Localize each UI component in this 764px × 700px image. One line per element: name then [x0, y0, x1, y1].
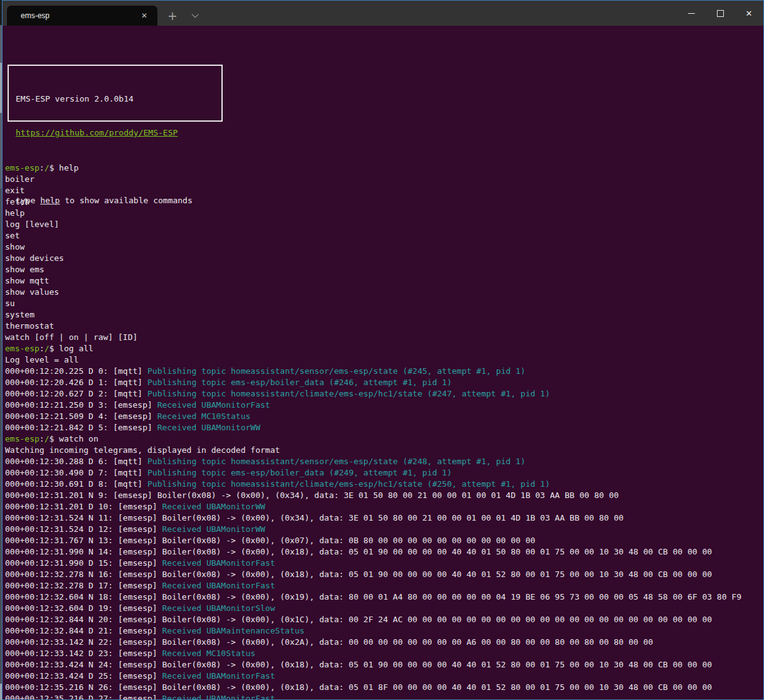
terminal-text: 000+00:12:33.142 N 22: [emsesp] Boiler(0… — [5, 637, 653, 647]
terminal-text: Received UBAMonitorFast — [162, 694, 275, 699]
terminal-text: 000+00:12:33.142 D 23: [emsesp] — [5, 649, 162, 658]
terminal-text: 000+00:12:32.278 D 17: [emsesp] — [5, 581, 162, 590]
terminal-text: Received UBAMaintenanceStatus — [162, 626, 304, 635]
minimize-button[interactable] — [677, 1, 706, 26]
terminal-line: 000+00:12:31.990 D 15: [emsesp] Received… — [5, 558, 763, 569]
terminal-line: 000+00:12:20.627 D 2: [mqtt] Publishing … — [5, 388, 763, 400]
terminal-line: show values — [5, 287, 763, 298]
terminal-text: 000+00:12:33.424 N 24: [emsesp] Boiler(0… — [5, 660, 712, 669]
terminal-text: help — [5, 208, 24, 218]
tab-dropdown-button[interactable] — [184, 6, 204, 26]
terminal-text: 000+00:12:32.604 N 18: [emsesp] Boiler(0… — [5, 592, 741, 602]
terminal-text: 000+00:12:32.844 D 21: [emsesp] — [5, 626, 162, 635]
terminal-text: Received MC10Status — [157, 411, 251, 421]
tab-close-icon[interactable]: ✕ — [137, 10, 151, 21]
terminal-line: 000+00:12:35.216 N 26: [emsesp] Boiler(0… — [5, 682, 763, 693]
terminal-text: 000+00:12:30.288 D 6: [mqtt] — [5, 457, 147, 466]
terminal-text: 000+00:12:30.490 D 7: [mqtt] — [5, 468, 147, 477]
terminal-line: system — [5, 309, 763, 321]
terminal-line: thermostat — [5, 321, 763, 332]
terminal-text: 000+00:12:32.278 N 16: [emsesp] Boiler(0… — [5, 570, 712, 579]
terminal-text: 000+00:12:31.990 D 15: [emsesp] — [5, 558, 162, 568]
terminal-text: Publishing topic homeassistant/climate/e… — [147, 389, 550, 398]
terminal-text: Log level = all — [5, 355, 78, 364]
terminal-line: log [level] — [5, 219, 763, 230]
chevron-down-icon — [191, 11, 198, 18]
terminal-text: 000+00:12:35.216 N 26: [emsesp] Boiler(0… — [5, 682, 712, 692]
terminal-line: 000+00:12:30.691 D 8: [mqtt] Publishing … — [5, 479, 763, 490]
terminal-line: 000+00:12:20.225 D 0: [mqtt] Publishing … — [5, 366, 763, 377]
terminal-text: 000+00:12:20.426 D 1: [mqtt] — [5, 378, 147, 387]
banner-version: EMS-ESP version 2.0.0b14 — [16, 93, 221, 105]
terminal-line: 000+00:12:35.216 D 27: [emsesp] Received… — [5, 693, 763, 699]
terminal-text: Publishing topic homeassistant/sensor/em… — [147, 457, 526, 466]
terminal-line: show devices — [5, 253, 763, 264]
terminal-text: : — [40, 344, 45, 353]
terminal-text: 000+00:12:35.216 D 27: [emsesp] — [5, 694, 162, 699]
terminal-text: show mqtt — [5, 276, 49, 285]
terminal-line: help — [5, 208, 763, 219]
terminal-line: 000+00:12:31.524 D 12: [emsesp] Received… — [5, 524, 763, 535]
plus-icon: + — [167, 9, 178, 23]
terminal-text: show values — [5, 287, 59, 297]
new-tab-button[interactable]: + — [162, 6, 183, 26]
terminal-line: 000+00:12:31.524 N 11: [emsesp] Boiler(0… — [5, 512, 763, 524]
banner-help-line: type help to show available commands — [16, 195, 221, 206]
terminal-text: : — [40, 434, 45, 443]
terminal-line: 000+00:12:21.842 D 5: [emsesp] Received … — [5, 422, 763, 433]
terminal-text: 000+00:12:33.424 D 25: [emsesp] — [5, 671, 162, 681]
screen: ems-esp ✕ + ✕ EMS-ESP version 2.0.0b14 h… — [0, 0, 764, 700]
terminal-text: Received UBAMonitorWW — [162, 502, 265, 511]
terminal-line: 000+00:12:32.844 D 21: [emsesp] Received… — [5, 625, 763, 637]
close-button[interactable]: ✕ — [735, 1, 763, 26]
terminal-text: 000+00:12:32.604 D 19: [emsesp] — [5, 603, 162, 613]
terminal-text: Publishing topic ems-esp/boiler_data (#2… — [147, 378, 452, 387]
terminal-text: set — [5, 231, 19, 240]
terminal-text: Received UBAMonitorWW — [157, 423, 260, 432]
terminal-line: 000+00:12:33.142 N 22: [emsesp] Boiler(0… — [5, 637, 763, 648]
terminal-line: 000+00:12:21.509 D 4: [emsesp] Received … — [5, 411, 763, 422]
terminal-line: boiler — [5, 174, 763, 185]
terminal-text: show devices — [5, 253, 64, 263]
terminal-line: 000+00:12:32.844 N 20: [emsesp] Boiler(0… — [5, 614, 763, 625]
terminal-line: show — [5, 241, 763, 253]
terminal-text: fetch — [5, 197, 29, 206]
terminal-line: su — [5, 298, 763, 309]
terminal-text: thermostat — [5, 321, 54, 331]
terminal-text: 000+00:12:20.627 D 2: [mqtt] — [5, 389, 147, 398]
banner-url-link[interactable]: https://github.com/proddy/EMS-ESP — [16, 128, 178, 137]
terminal-text: $ watch on — [49, 434, 98, 443]
terminal-line: show mqtt — [5, 275, 763, 287]
terminal-line: 000+00:12:31.201 N 9: [emsesp] Boiler(0x… — [5, 490, 763, 501]
terminal-text: 000+00:12:31.524 D 12: [emsesp] — [5, 524, 162, 534]
title-bar: ems-esp ✕ + ✕ — [3, 1, 763, 26]
terminal-text: 000+00:12:31.990 N 14: [emsesp] Boiler(0… — [5, 547, 712, 556]
terminal-text: Publishing topic homeassistant/climate/e… — [147, 479, 550, 489]
terminal-text: Received UBAMonitorFast — [162, 581, 275, 590]
terminal-line: Watching incoming telegrams, displayed i… — [5, 445, 763, 456]
close-icon: ✕ — [746, 9, 753, 18]
minimize-icon — [688, 13, 695, 14]
tab-title: ems-esp — [21, 11, 137, 20]
tab-ems-esp[interactable]: ems-esp ✕ — [7, 6, 157, 26]
terminal-line: 000+00:12:31.767 N 13: [emsesp] Boiler(0… — [5, 535, 763, 546]
terminal-text: 000+00:12:31.201 N 9: [emsesp] Boiler(0x… — [5, 491, 618, 500]
terminal-line: 000+00:12:30.288 D 6: [mqtt] Publishing … — [5, 456, 763, 467]
terminal-line: 000+00:12:32.604 N 18: [emsesp] Boiler(0… — [5, 591, 763, 603]
terminal-line: 000+00:12:31.990 N 14: [emsesp] Boiler(0… — [5, 546, 763, 558]
terminal-text: watch [off | on | raw] [ID] — [5, 332, 137, 342]
terminal-line: 000+00:12:21.250 D 3: [emsesp] Received … — [5, 400, 763, 411]
terminal-text: Received UBAMonitorFast — [157, 400, 270, 410]
terminal-line: 000+00:12:20.426 D 1: [mqtt] Publishing … — [5, 377, 763, 388]
terminal-text: 000+00:12:32.844 N 20: [emsesp] Boiler(0… — [5, 615, 712, 624]
terminal-line: ems-esp:/$ watch on — [5, 433, 763, 445]
terminal-body[interactable]: EMS-ESP version 2.0.0b14 https://github.… — [3, 26, 763, 699]
terminal-text: $ help — [49, 163, 78, 172]
terminal-text: 000+00:12:21.842 D 5: [emsesp] — [5, 423, 157, 432]
terminal-text: boiler — [5, 174, 34, 184]
terminal-text: 000+00:12:30.691 D 8: [mqtt] — [5, 479, 147, 489]
terminal-window: ems-esp ✕ + ✕ EMS-ESP version 2.0.0b14 h… — [2, 0, 764, 700]
maximize-button[interactable] — [706, 1, 735, 26]
terminal-text: Received UBAMonitorFast — [162, 671, 275, 681]
terminal-text: Received UBAMonitorFast — [162, 558, 275, 568]
